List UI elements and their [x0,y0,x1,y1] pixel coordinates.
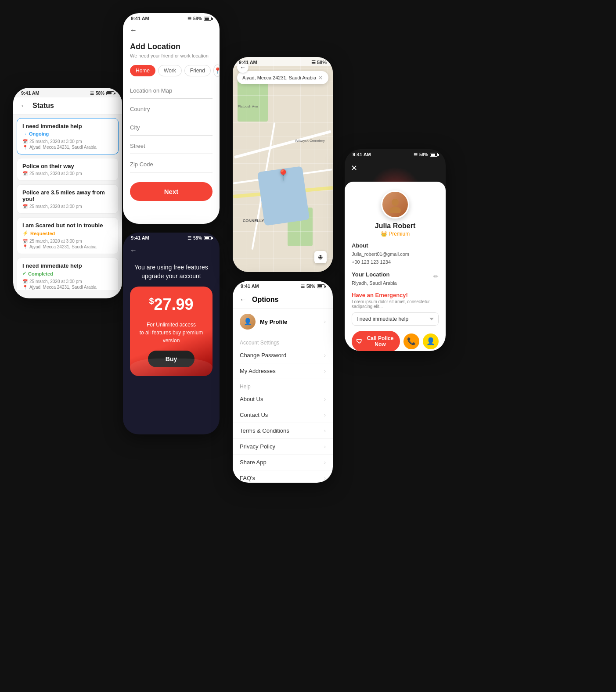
card-location-5: 📍 Ajyad, Mecca 24231, Saudi Arabia [22,285,113,290]
status-bar-6: 9:41 AM ☰ 58% [345,149,446,159]
card-title-4: I am Scared but not in trouble [22,222,113,229]
about-section-title: About [352,242,439,249]
status-bar-3: 9:41 AM ☰ 58% [123,233,220,242]
about-us-item[interactable]: About Us › [233,391,333,407]
premium-badge: 👑 Premium [352,231,439,237]
police-icon: 🛡 [356,338,362,345]
location-tabs: Home Work Friend 📍 [130,65,213,77]
close-button[interactable]: ✕ [351,163,357,173]
map-compass[interactable]: ⊕ [314,251,327,263]
location-row: Your Location Riyadh, Saudi Arabia ✏ [352,266,439,287]
premium-message: You are using free features upgrade your… [123,259,220,287]
my-profile-row[interactable]: 👤 My Profile › [233,308,333,335]
map-location-pin: 📍 [277,169,290,181]
call-police-button[interactable]: 🛡 Call Police Now [352,331,400,351]
tab-home[interactable]: Home [130,65,155,76]
phone-location: 9:41 AM ☰ 58% ← Add Location We need you… [123,13,220,224]
battery-icon-3 [204,236,212,240]
my-addresses-item[interactable]: My Addresses › [233,363,333,379]
my-addresses-chevron: › [324,368,326,374]
options-title: Options [252,296,278,304]
emergency-select[interactable]: I need immediate help [352,312,439,326]
svg-point-0 [392,199,399,206]
share-app-item[interactable]: Share App › [233,455,333,470]
svg-point-1 [389,207,401,213]
profile-location: Riyadh, Saudi Arabia [352,280,397,287]
back-button-1[interactable]: ← [20,102,27,110]
map-search-bar[interactable]: Ajyad, Mecca 24231, Saudi Arabia ✕ [237,71,328,84]
premium-back-area: ← [123,242,220,259]
card-location-4: 📍 Ajyad, Mecca 24231, Saudi Arabia [22,244,113,249]
card-location-1: 📍 Ajyad, Mecca 24231, Saudi Arabia [22,145,113,150]
street-input[interactable] [130,138,213,154]
phone-premium: 9:41 AM ☰ 58% ← You are using free featu… [123,233,220,434]
status-card-3[interactable]: Police are 3.5 miles away from you! 📅 25… [17,184,119,214]
card-date-5: 📅 25 march, 2020 at 3:00 pm [22,279,113,284]
status-header: ← Status [13,97,122,115]
status-card-2[interactable]: Police on their way 📅 25 march, 2020 at … [17,158,119,181]
person-button[interactable]: 👤 [423,333,439,349]
status-card-4[interactable]: I am Scared but not in trouble ⚡ Request… [17,217,119,254]
map-grid [233,57,333,272]
options-header: ← Options [233,290,333,308]
faq-item[interactable]: FAQ's › [233,470,333,483]
battery-icon-5 [317,284,325,288]
status-badge-4: ⚡ Requested [22,230,113,236]
status-card-5[interactable]: I need immediate help ✓ Completed 📅 25 m… [17,258,119,290]
change-password-item[interactable]: Change Password › [233,348,333,363]
map-clear-icon[interactable]: ✕ [318,74,323,81]
profile-chevron: › [324,319,326,325]
battery-icon-1 [106,91,114,95]
terms-conditions-item[interactable]: Terms & Conditions › [233,423,333,439]
status-badge-5: ✓ Completed [22,271,113,276]
country-input[interactable] [130,101,213,117]
tab-friend[interactable]: Friend [184,65,211,76]
battery-1: ☰ 58% [90,91,114,96]
user-avatar [381,190,409,219]
profile-phone: +00 123 123 1234 [352,258,439,266]
time-1: 9:41 AM [21,90,40,96]
map-status-bar: 9:41 AM ☰ 58% [233,57,333,66]
battery-icon-6 [430,153,438,157]
back-button-5[interactable]: ← [240,296,247,304]
phone-call-button[interactable]: 📞 [403,333,419,349]
edit-location-icon[interactable]: ✏ [433,273,439,280]
help-label: Help [233,379,333,391]
location-content: Add Location We need your friend or work… [123,36,220,207]
back-button-2[interactable]: ← [130,26,137,34]
next-button[interactable]: Next [130,182,213,201]
contact-us-item[interactable]: Contact Us › [233,407,333,423]
city-input[interactable] [130,120,213,136]
status-badge-1: → Ongoing [22,131,113,136]
status-page-title: Status [32,102,54,110]
map-label-connelly: CONNELLY [243,219,264,223]
phone-map: 9:41 AM ☰ 58% ← Ajyad, Mecca 24231, Saud… [233,57,333,272]
map-pin-button[interactable]: 📍 [213,65,220,77]
status-bar-1: 9:41 AM ☰ 58% [13,88,122,97]
map-label-2: Flatbush Ave [238,104,258,108]
battery-icon-2 [204,17,212,21]
location-map-input[interactable] [130,83,213,99]
location-section-title: Your Location [352,271,397,278]
status-card-1[interactable]: I need immediate help → Ongoing 📅 25 mar… [17,118,119,154]
back-button-3[interactable]: ← [130,247,137,254]
wave-decoration [130,359,213,376]
location-title: Add Location [130,42,213,51]
map-search-text: Ajyad, Mecca 24231, Saudi Arabia [242,75,316,80]
profile-avatar-small: 👤 [240,314,256,330]
user-name: Julia Robert [352,222,439,230]
change-password-text: Change Password [240,352,286,359]
premium-description: For Unlimited access to all features buy… [139,321,204,344]
privacy-policy-item[interactable]: Privacy Policy › [233,439,333,455]
zip-input[interactable] [130,157,213,172]
card-date-1: 📅 25 march, 2020 at 3:00 pm [22,139,113,144]
card-date-3: 📅 25 march, 2020 at 3:00 pm [22,204,113,209]
my-addresses-text: My Addresses [240,368,276,374]
tab-work[interactable]: Work [158,65,182,76]
card-title-5: I need immediate help [22,262,113,269]
card-title-3: Police are 3.5 miles away from you! [22,189,113,202]
emergency-text: Lorem ipsum dolor sit amet, consectetur … [352,299,439,309]
action-row: 🛡 Call Police Now 📞 👤 [352,331,439,351]
profile-top-bar: ✕ [345,159,446,177]
premium-card: $27.99 For Unlimited access to all featu… [130,287,213,376]
